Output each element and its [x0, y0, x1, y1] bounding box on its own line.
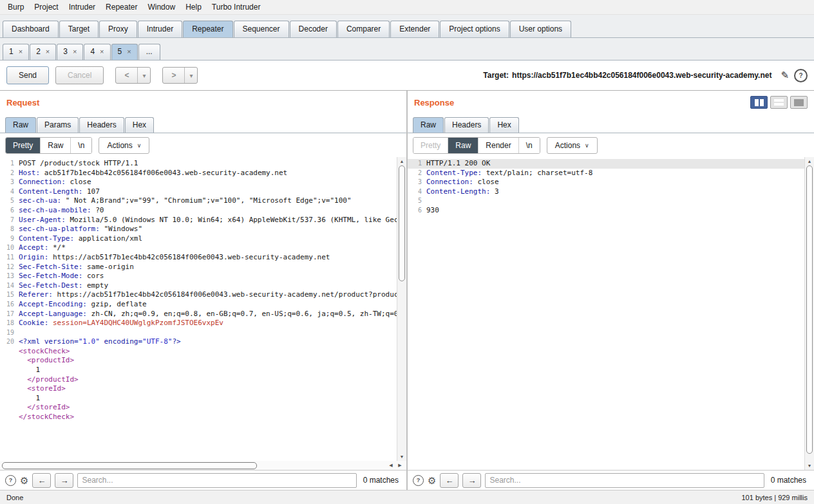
menu-help[interactable]: Help	[180, 1, 207, 14]
response-vertical-scrollbar[interactable]: ▲ ▼	[804, 157, 814, 470]
main-tab-intruder[interactable]: Intruder	[138, 21, 182, 37]
request-mode-n[interactable]: \n	[71, 138, 91, 153]
response-vscroll-thumb[interactable]	[806, 165, 813, 454]
line-content: sec-ch-ua: " Not A;Brand";v="99", "Chrom…	[19, 196, 352, 206]
history-forward-button[interactable]: > ▾	[162, 67, 198, 84]
main-tab-sequencer[interactable]: Sequencer	[234, 21, 289, 37]
scroll-up-icon[interactable]: ▲	[805, 157, 814, 165]
view-single-button[interactable]	[790, 96, 808, 109]
repeater-tab-5[interactable]: 5×	[111, 44, 138, 60]
help-icon[interactable]: ?	[794, 69, 808, 82]
request-tab-headers[interactable]: Headers	[79, 117, 124, 133]
code-segment: Sec-Fetch-Site:	[19, 263, 82, 271]
request-horizontal-scrollbar[interactable]: ◀ ▶	[0, 461, 406, 470]
main-tab-repeater[interactable]: Repeater	[183, 21, 232, 37]
response-search-input[interactable]	[485, 473, 764, 488]
code-segment: Origin:	[19, 253, 48, 261]
search-next-button[interactable]: →	[55, 473, 73, 488]
request-vscroll-track[interactable]	[397, 165, 406, 453]
menu-burp[interactable]: Burp	[3, 1, 29, 14]
scroll-up-icon[interactable]: ▲	[397, 157, 406, 165]
code-segment	[19, 356, 27, 364]
request-tab-params[interactable]: Params	[37, 117, 79, 133]
view-columns-button[interactable]	[750, 96, 768, 109]
repeater-tab-2[interactable]: 2×	[30, 44, 56, 60]
main-tab-target[interactable]: Target	[59, 21, 99, 37]
search-prev-button[interactable]: ←	[32, 473, 51, 488]
code-segment: 3	[490, 187, 498, 196]
response-mode-render[interactable]: Render	[478, 138, 518, 153]
request-mode-raw[interactable]: Raw	[41, 138, 71, 153]
response-mode-n[interactable]: \n	[519, 138, 540, 153]
close-tab-icon[interactable]: ×	[73, 48, 77, 55]
menu-window[interactable]: Window	[142, 1, 180, 14]
response-actions-button[interactable]: Actions ∨	[547, 137, 598, 154]
search-help-icon[interactable]: ?	[5, 475, 16, 486]
menu-project[interactable]: Project	[29, 1, 63, 14]
response-tab-headers[interactable]: Headers	[444, 117, 489, 133]
line-number: 3	[0, 178, 19, 187]
main-tab-decoder[interactable]: Decoder	[290, 21, 337, 37]
line-number: 7	[0, 216, 19, 225]
scroll-down-icon[interactable]: ▼	[805, 462, 814, 470]
code-segment: empty	[82, 281, 108, 290]
repeater-tab-3[interactable]: 3×	[57, 44, 83, 60]
view-rows-button[interactable]	[770, 96, 788, 109]
response-vscroll-track[interactable]	[805, 165, 814, 462]
response-mode-raw[interactable]: Raw	[448, 138, 478, 153]
history-back-button[interactable]: < ▾	[115, 67, 151, 84]
repeater-tab-4[interactable]: 4×	[84, 44, 110, 60]
main-tab-user-options[interactable]: User options	[510, 21, 571, 37]
search-next-button[interactable]: →	[462, 473, 481, 488]
menu-repeater[interactable]: Repeater	[100, 1, 142, 14]
dropdown-arrow-icon[interactable]: ▾	[138, 68, 150, 83]
line-number	[0, 375, 19, 385]
request-vscroll-thumb[interactable]	[399, 165, 405, 281]
repeater-tab-label: 3	[63, 47, 68, 56]
dropdown-arrow-icon[interactable]: ▾	[185, 68, 197, 83]
request-hscroll-thumb[interactable]	[2, 462, 257, 469]
code-segment: Connection:	[19, 178, 66, 186]
main-tab-comparer[interactable]: Comparer	[337, 21, 390, 37]
scroll-left-icon[interactable]: ◀	[386, 462, 395, 470]
close-tab-icon[interactable]: ×	[19, 48, 23, 55]
rows-icon	[774, 99, 784, 106]
response-tab-raw[interactable]: Raw	[413, 117, 444, 133]
close-tab-icon[interactable]: ×	[127, 48, 131, 55]
main-tab-dashboard[interactable]: Dashboard	[3, 21, 59, 37]
line-content: Content-Length: 107	[19, 187, 100, 197]
request-tab-raw[interactable]: Raw	[5, 117, 36, 133]
request-editor[interactable]: 1POST /product/stock HTTP/1.12Host: acb5…	[0, 157, 397, 461]
main-tab-project-options[interactable]: Project options	[440, 21, 509, 37]
main-tab-proxy[interactable]: Proxy	[99, 21, 137, 37]
request-vertical-scrollbar[interactable]: ▲ ▼	[397, 157, 406, 461]
search-prev-button[interactable]: ←	[440, 473, 459, 488]
main-tab-extender[interactable]: Extender	[390, 21, 439, 37]
close-tab-icon[interactable]: ×	[100, 48, 104, 55]
repeater-tab-1[interactable]: 1×	[3, 44, 29, 60]
code-segment: 1	[19, 366, 40, 374]
response-mode-pretty[interactable]: Pretty	[413, 138, 448, 153]
code-line: <productId>	[0, 356, 397, 366]
menu-intruder[interactable]: Intruder	[64, 1, 100, 14]
request-mode-pretty[interactable]: Pretty	[6, 138, 41, 153]
edit-target-icon[interactable]: ✎	[781, 70, 789, 81]
scroll-down-icon[interactable]: ▼	[397, 453, 406, 461]
request-search-input[interactable]	[77, 473, 356, 488]
request-actions-button[interactable]: Actions ∨	[99, 137, 149, 154]
search-settings-icon[interactable]: ⚙	[20, 476, 28, 485]
menu-turbo-intruder[interactable]: Turbo Intruder	[207, 1, 266, 14]
response-editor[interactable]: 1HTTP/1.1 200 OK2Content-Type: text/plai…	[408, 157, 804, 470]
search-help-icon[interactable]: ?	[413, 475, 424, 486]
request-tab-hex[interactable]: Hex	[125, 117, 154, 133]
close-tab-icon[interactable]: ×	[46, 48, 50, 55]
menubar: BurpProjectIntruderRepeaterWindowHelpTur…	[0, 0, 814, 15]
cancel-button[interactable]: Cancel	[55, 66, 104, 84]
code-line: 8sec-ch-ua-platform: "Windows"	[0, 225, 397, 234]
search-settings-icon[interactable]: ⚙	[428, 476, 436, 485]
response-tab-hex[interactable]: Hex	[489, 117, 518, 133]
line-number	[0, 384, 19, 394]
scroll-right-icon[interactable]: ▶	[395, 462, 404, 470]
send-button[interactable]: Send	[6, 66, 49, 84]
repeater-tab-more[interactable]: ...	[138, 44, 160, 60]
